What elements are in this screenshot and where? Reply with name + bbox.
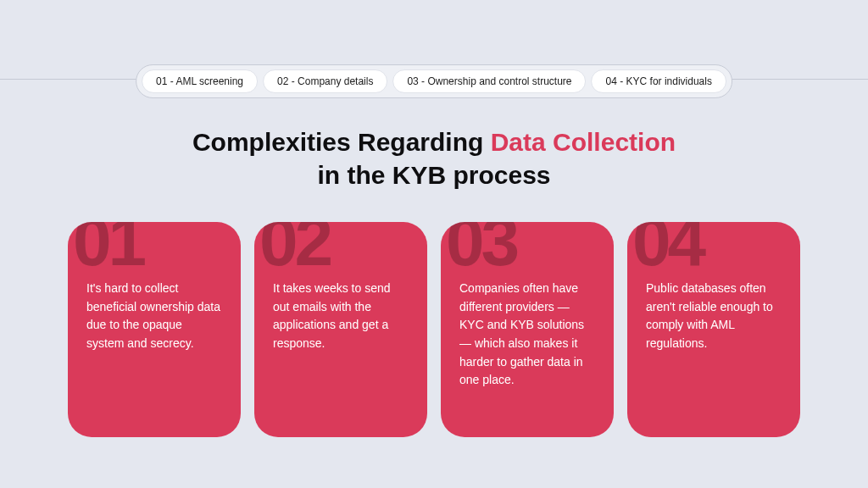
card-number: 04 [632,222,703,276]
tab-label: 03 - Ownership and control structure [407,75,571,87]
card-number: 01 [73,222,143,276]
card-number: 03 [446,222,516,276]
tab-company-details[interactable]: 02 - Company details [263,69,387,93]
tab-kyc-individuals[interactable]: 04 - KYC for individuals [592,69,726,93]
card-text: Public databases often aren't reliable e… [646,280,782,353]
headline-accent: Data Collection [491,128,676,156]
headline-part2: in the KYB process [317,161,550,189]
headline-part1: Complexities Regarding [192,128,491,156]
card-03: 03 Companies often have different provid… [441,222,614,437]
cards-row: 01 It's hard to collect beneficial owner… [68,222,800,437]
tab-label: 02 - Company details [277,75,373,87]
tab-label: 04 - KYC for individuals [606,75,712,87]
tab-aml-screening[interactable]: 01 - AML screening [142,69,258,93]
card-text: Companies often have different providers… [459,280,595,390]
card-text: It's hard to collect beneficial ownershi… [86,280,222,353]
card-text: It takes weeks to send out emails with t… [273,280,409,353]
page-headline: Complexities Regarding Data Collection i… [0,125,868,191]
card-number: 02 [259,222,330,276]
card-04: 04 Public databases often aren't reliabl… [627,222,800,437]
tab-ownership-structure[interactable]: 03 - Ownership and control structure [392,69,586,93]
card-01: 01 It's hard to collect beneficial owner… [68,222,241,437]
tab-label: 01 - AML screening [156,75,243,87]
card-02: 02 It takes weeks to send out emails wit… [254,222,427,437]
tabs-bar: 01 - AML screening 02 - Company details … [136,64,732,98]
